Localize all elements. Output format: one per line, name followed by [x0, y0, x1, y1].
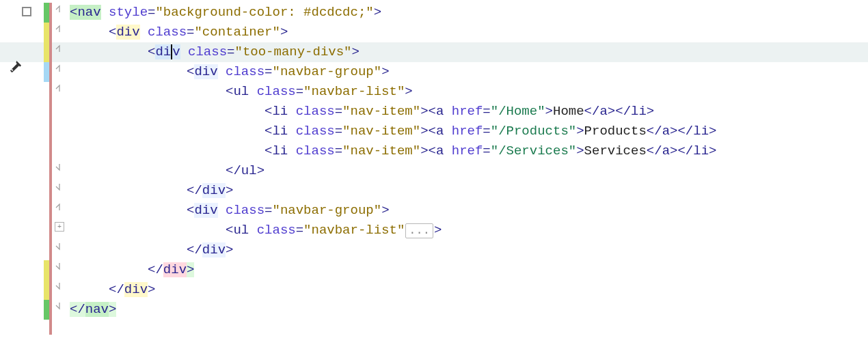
code-token: [444, 104, 451, 119]
code-token: >: [381, 203, 389, 218]
code-line[interactable]: </div>: [68, 280, 868, 300]
fold-collapse-icon[interactable]: [55, 202, 64, 212]
code-token: "background-color: #dcdcdc;": [155, 5, 373, 20]
code-line[interactable]: <div class="navbar-group">: [68, 201, 868, 221]
code-line[interactable]: <div class="container">: [68, 23, 868, 42]
code-token: <: [148, 44, 155, 59]
code-token: <: [265, 124, 272, 139]
code-token: li: [272, 104, 288, 119]
code-token: =: [227, 44, 234, 59]
change-marker: [44, 3, 49, 23]
code-token: >: [374, 5, 381, 20]
change-marker: [44, 280, 49, 300]
code-token: a: [436, 104, 444, 119]
code-token: class: [188, 44, 227, 59]
code-token: >: [709, 143, 716, 158]
code-token: li: [272, 124, 288, 139]
fold-close-icon[interactable]: [55, 262, 64, 271]
code-token: =: [187, 25, 194, 40]
code-token: >: [148, 282, 155, 297]
code-line[interactable]: </div>: [68, 240, 868, 260]
code-token: "navbar-group": [272, 64, 381, 79]
code-token: class: [296, 124, 335, 139]
fold-collapse-icon[interactable]: [55, 24, 64, 33]
code-token: class: [296, 104, 335, 119]
code-line[interactable]: </ul>: [68, 161, 868, 181]
code-token: <: [187, 203, 194, 218]
code-token: ><: [420, 124, 436, 139]
code-token: =: [335, 143, 342, 158]
code-token: =: [148, 5, 155, 20]
fold-collapse-icon[interactable]: [55, 83, 64, 93]
code-token: class: [257, 84, 296, 99]
code-line[interactable]: <ul class="navbar-list"...>: [68, 221, 868, 240]
code-token: ></: [670, 143, 693, 158]
code-token: >: [405, 84, 412, 99]
code-token: [288, 104, 295, 119]
code-token: div: [194, 64, 217, 79]
code-line[interactable]: <li class="nav-item"><a href="/Home">Hom…: [68, 102, 868, 122]
code-token: </: [70, 302, 85, 317]
fold-collapse-icon[interactable]: [55, 4, 64, 14]
code-line[interactable]: <li class="nav-item"><a href="/Services"…: [68, 141, 868, 161]
code-token: [180, 44, 188, 59]
code-token: =: [335, 104, 342, 119]
hammer-icon[interactable]: [8, 59, 23, 74]
folded-region[interactable]: ...: [405, 223, 433, 238]
change-marker: [44, 62, 49, 82]
code-token: href: [452, 104, 483, 119]
fold-collapse-icon[interactable]: [55, 64, 64, 73]
code-token: [218, 64, 226, 79]
code-token: a: [436, 143, 444, 158]
code-token: li: [631, 104, 647, 119]
code-line[interactable]: <li class="nav-item"><a href="/Products"…: [68, 122, 868, 141]
code-line[interactable]: <nav style="background-color: #dcdcdc;">: [68, 3, 868, 23]
code-token: =: [335, 124, 342, 139]
code-token: >: [576, 124, 584, 139]
code-token: <: [226, 223, 233, 238]
code-token: >: [352, 44, 360, 59]
code-token: ><: [420, 104, 436, 119]
code-token: [140, 25, 148, 40]
code-token: >: [280, 25, 288, 40]
vcs-modified-line: [49, 3, 52, 335]
fold-expand-icon[interactable]: +: [55, 222, 64, 232]
fold-close-icon[interactable]: [55, 182, 64, 192]
breakpoint-marker[interactable]: [22, 7, 31, 16]
code-token: class: [148, 25, 187, 40]
code-token: ></: [608, 104, 631, 119]
code-token: class: [257, 223, 296, 238]
code-token: =: [483, 124, 490, 139]
code-token: "too-many-divs": [234, 44, 351, 59]
code-line[interactable]: </div>: [68, 181, 868, 201]
fold-close-icon[interactable]: [55, 163, 64, 172]
code-line[interactable]: <div class="too-many-divs">: [68, 42, 868, 62]
code-token: [218, 203, 226, 218]
code-token: [288, 143, 295, 158]
code-token: href: [452, 124, 483, 139]
code-line[interactable]: <ul class="navbar-list">: [68, 82, 868, 102]
code-editor[interactable]: + <nav style="background-color: #dcdcdc;…: [0, 0, 868, 362]
code-token: <: [109, 25, 116, 40]
change-marker: [44, 260, 49, 280]
code-token: [288, 124, 295, 139]
code-line[interactable]: </div>: [68, 260, 868, 280]
code-token: div: [202, 183, 226, 198]
fold-close-icon[interactable]: [55, 301, 64, 311]
code-token: Home: [553, 104, 584, 119]
code-line[interactable]: <div class="navbar-group">: [68, 62, 868, 82]
code-token: "container": [194, 25, 280, 40]
fold-close-icon[interactable]: [55, 281, 64, 291]
fold-collapse-icon[interactable]: [55, 44, 64, 53]
code-token: =: [483, 143, 490, 158]
code-token: =: [265, 203, 272, 218]
code-token: [101, 5, 109, 20]
code-area[interactable]: <nav style="background-color: #dcdcdc;">…: [68, 0, 868, 362]
code-token: >: [647, 104, 654, 119]
code-token: >: [434, 223, 442, 238]
code-token: ul: [233, 223, 249, 238]
code-token: =: [265, 64, 272, 79]
fold-close-icon[interactable]: [55, 242, 64, 251]
code-token: div: [163, 262, 187, 277]
code-line[interactable]: </nav>: [68, 300, 868, 320]
